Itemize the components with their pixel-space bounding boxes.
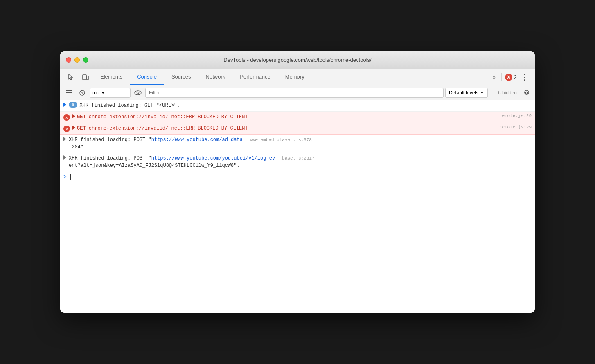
arrow-icon[interactable] bbox=[63, 103, 66, 107]
method-label-2: GET bbox=[77, 126, 86, 131]
svg-point-10 bbox=[526, 92, 528, 94]
console-row-xhr-2: XHR finished loading: POST "https://www.… bbox=[60, 135, 535, 153]
arrow-icon[interactable] bbox=[72, 114, 75, 118]
xhr-url-2[interactable]: https://www.youtube.com/ad_data bbox=[151, 137, 243, 143]
error-message-1: net::ERR_BLOCKED_BY_CLIENT bbox=[171, 114, 248, 120]
tabs-container: Elements Console Sources Network Perform… bbox=[93, 69, 490, 85]
xhr-url-3[interactable]: https://www.youtube.com/youtubei/v1/log_… bbox=[151, 155, 275, 161]
error-row-icon-2[interactable]: ✕ bbox=[63, 126, 70, 132]
row-message-xhr-2: XHR finished loading: POST "https://www.… bbox=[69, 136, 532, 151]
error-x-icon-2: ✕ bbox=[63, 126, 70, 132]
console-row-xhr-3: XHR finished loading: POST "https://www.… bbox=[60, 153, 535, 171]
console-toolbar: top ▼ Default levels ▼ 6 hidden bbox=[60, 85, 535, 100]
expand-icon[interactable] bbox=[72, 114, 75, 118]
console-settings-button[interactable] bbox=[522, 88, 532, 98]
toolbar-right: » ✕ 2 ⋮ bbox=[490, 69, 532, 85]
tab-memory[interactable]: Memory bbox=[278, 69, 312, 85]
hidden-count: 6 hidden bbox=[495, 90, 520, 96]
svg-rect-1 bbox=[87, 76, 88, 80]
chevron-down-icon: ▼ bbox=[101, 90, 105, 95]
expand-icon-3[interactable] bbox=[63, 137, 66, 141]
arrow-icon-4[interactable] bbox=[63, 155, 66, 160]
cursor-icon bbox=[68, 74, 74, 81]
tab-sources[interactable]: Sources bbox=[164, 69, 198, 85]
method-label: GET bbox=[77, 114, 86, 120]
error-row-icon[interactable]: ✕ bbox=[63, 114, 70, 121]
block-icon bbox=[79, 90, 86, 96]
clear-console-button[interactable] bbox=[63, 87, 75, 99]
row-message: XHR finished loading: GET "<URL>". bbox=[80, 102, 532, 109]
more-tabs-button[interactable]: » bbox=[490, 74, 498, 80]
svg-point-9 bbox=[137, 92, 139, 94]
expand-icon-4[interactable] bbox=[63, 155, 66, 160]
eye-button[interactable] bbox=[132, 87, 144, 99]
close-button[interactable] bbox=[66, 57, 71, 63]
console-content: 6 XHR finished loading: GET "<URL>". ✕ G… bbox=[60, 100, 535, 313]
gear-icon bbox=[523, 90, 530, 96]
row-source-1[interactable]: remote.js:29 bbox=[499, 113, 532, 118]
device-toolbar-button[interactable] bbox=[78, 69, 93, 85]
row-source-2[interactable]: remote.js:29 bbox=[499, 125, 532, 130]
error-badge[interactable]: ✕ 2 bbox=[505, 74, 517, 81]
input-chevron-icon: > bbox=[63, 174, 67, 180]
titlebar: DevTools - developers.google.com/web/too… bbox=[60, 51, 535, 69]
svg-rect-4 bbox=[66, 92, 72, 93]
arrow-icon-2[interactable] bbox=[72, 126, 75, 130]
error-url-1[interactable]: chrome-extension://invalid/ bbox=[89, 114, 168, 120]
svg-line-7 bbox=[81, 91, 84, 94]
row-message-xhr-3: XHR finished loading: POST "https://www.… bbox=[69, 155, 532, 169]
error-message-2: net::ERR_BLOCKED_BY_CLIENT bbox=[171, 126, 248, 131]
divider2 bbox=[491, 89, 491, 97]
error-url-2[interactable]: chrome-extension://invalid/ bbox=[89, 126, 168, 131]
traffic-lights bbox=[66, 57, 88, 63]
arrow-icon-3[interactable] bbox=[63, 137, 66, 141]
context-value: top bbox=[92, 90, 99, 96]
row-message-error-1: GET chrome-extension://invalid/ net::ERR… bbox=[77, 113, 495, 121]
levels-chevron-icon: ▼ bbox=[480, 90, 484, 95]
block-console-button[interactable] bbox=[77, 87, 88, 99]
default-levels-button[interactable]: Default levels ▼ bbox=[445, 88, 488, 98]
row-source-3[interactable]: www-embed-player.js:378 bbox=[250, 137, 312, 142]
cursor[interactable] bbox=[70, 174, 71, 180]
inspect-element-button[interactable] bbox=[63, 69, 78, 85]
filter-input[interactable] bbox=[145, 88, 444, 98]
expand-icon-2[interactable] bbox=[72, 126, 75, 130]
tab-network[interactable]: Network bbox=[198, 69, 233, 85]
svg-point-8 bbox=[135, 91, 141, 95]
tab-bar: Elements Console Sources Network Perform… bbox=[60, 69, 535, 85]
device-icon bbox=[82, 74, 89, 81]
console-row-error-2: ✕ GET chrome-extension://invalid/ net::E… bbox=[60, 123, 535, 135]
tab-elements[interactable]: Elements bbox=[93, 69, 130, 85]
divider bbox=[501, 73, 502, 81]
minimize-button[interactable] bbox=[74, 57, 80, 63]
maximize-button[interactable] bbox=[83, 57, 88, 63]
devtools-menu-button[interactable]: ⋮ bbox=[518, 72, 530, 83]
console-row: 6 XHR finished loading: GET "<URL>". bbox=[60, 100, 535, 112]
context-selector[interactable]: top ▼ bbox=[90, 88, 131, 98]
error-x-icon: ✕ bbox=[63, 114, 70, 121]
tab-performance[interactable]: Performance bbox=[232, 69, 277, 85]
row-expand-icon[interactable] bbox=[63, 103, 66, 107]
url-suffix-2: _204". bbox=[69, 144, 86, 150]
error-icon: ✕ bbox=[505, 74, 512, 81]
clear-icon bbox=[66, 90, 72, 96]
svg-rect-3 bbox=[66, 90, 72, 91]
row-message-error-2: GET chrome-extension://invalid/ net::ERR… bbox=[77, 125, 495, 132]
eye-icon bbox=[134, 90, 142, 96]
levels-label: Default levels bbox=[449, 90, 478, 96]
row-source-4[interactable]: base.js:2317 bbox=[282, 156, 314, 161]
tab-console[interactable]: Console bbox=[130, 69, 164, 85]
console-row-error-1: ✕ GET chrome-extension://invalid/ net::E… bbox=[60, 112, 535, 123]
devtools-window: DevTools - developers.google.com/web/too… bbox=[60, 51, 535, 313]
count-badge: 6 bbox=[69, 102, 77, 108]
window-title: DevTools - developers.google.com/web/too… bbox=[223, 57, 371, 63]
url-suffix-3: ent?alt=json&key=AIzaSyA0_FJ2SlqU8Q4STEH… bbox=[69, 163, 240, 169]
error-count: 2 bbox=[514, 74, 517, 80]
console-input-row: > bbox=[60, 171, 535, 182]
svg-rect-5 bbox=[66, 94, 70, 94]
